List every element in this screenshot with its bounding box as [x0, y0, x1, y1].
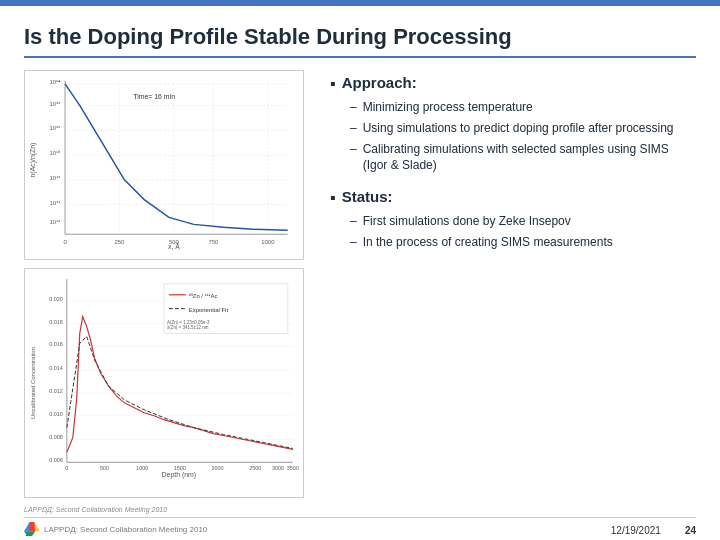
svg-text:0.010: 0.010 — [49, 411, 63, 417]
chart-bottom: Uncalibrated Concentration Depth (nm) 0.… — [24, 268, 304, 498]
slide-title: Is the Doping Profile Stable During Proc… — [24, 24, 696, 58]
google-drive-icon — [24, 522, 40, 536]
status-section: ▪ Status: – First simulations done by Ze… — [330, 188, 696, 251]
dash-2: – — [350, 120, 357, 137]
svg-text:250: 250 — [115, 239, 126, 245]
dash-1: – — [350, 99, 357, 116]
slide-content: n(Ac)/n(Zn) x, Å 0 250 500 750 1000 10²⁴… — [24, 70, 696, 513]
svg-text:500: 500 — [169, 239, 180, 245]
svg-text:1000: 1000 — [261, 239, 275, 245]
approach-heading: ▪ Approach: — [330, 74, 696, 93]
dash-3: – — [350, 141, 357, 158]
svg-text:0.016: 0.016 — [49, 341, 63, 347]
svg-text:0.006: 0.006 — [49, 457, 63, 463]
svg-text:10²³: 10²³ — [50, 101, 61, 107]
svg-text:0.020: 0.020 — [49, 296, 63, 302]
footer-lappd: LAPPDД: Second Collaboration Meeting 201… — [44, 525, 207, 534]
svg-text:2000: 2000 — [211, 465, 223, 471]
svg-text:0: 0 — [65, 465, 68, 471]
status-bullet-2: – In the process of creating SIMS measur… — [350, 234, 696, 251]
slide-footer: LAPPDД: Second Collaboration Meeting 201… — [24, 517, 696, 536]
approach-bullet-2-text: Using simulations to predict doping prof… — [363, 120, 696, 137]
svg-text:Depth (nm): Depth (nm) — [162, 471, 197, 479]
svg-text:0.012: 0.012 — [49, 388, 63, 394]
chart-top: n(Ac)/n(Zn) x, Å 0 250 500 750 1000 10²⁴… — [24, 70, 304, 260]
svg-text:n(Ac)/n(Zn): n(Ac)/n(Zn) — [29, 143, 37, 178]
approach-bullet-1-text: Minimizing process temperature — [363, 99, 696, 116]
status-bullet-1-text: First simulations done by Zeke Insepov — [363, 213, 696, 230]
approach-bullet-2: – Using simulations to predict doping pr… — [350, 120, 696, 137]
svg-text:A(Zn) = 1.23±0.05e-3: A(Zn) = 1.23±0.05e-3 — [167, 320, 210, 325]
svg-text:10¹¹: 10¹¹ — [50, 200, 61, 206]
svg-text:0.008: 0.008 — [49, 435, 63, 441]
svg-text:750: 750 — [209, 239, 220, 245]
svg-text:3500: 3500 — [287, 465, 299, 471]
svg-text:3000: 3000 — [272, 465, 284, 471]
footer-date: 12/19/2021 — [611, 525, 661, 536]
status-dash-2: – — [350, 234, 357, 251]
svg-text:10¹²: 10¹² — [50, 219, 61, 225]
svg-text:2500: 2500 — [249, 465, 261, 471]
svg-text:1500: 1500 — [174, 465, 186, 471]
approach-bullet-3-text: Calibrating simulations with selected sa… — [363, 141, 696, 175]
approach-bullet-3: – Calibrating simulations with selected … — [350, 141, 696, 175]
svg-text:0.018: 0.018 — [49, 319, 63, 325]
status-dash-1: – — [350, 213, 357, 230]
footer-left: LAPPDД: Second Collaboration Meeting 201… — [24, 522, 207, 536]
slide-container: Is the Doping Profile Stable During Proc… — [0, 6, 720, 540]
status-heading: ▪ Status: — [330, 188, 696, 207]
svg-text:10²⁴: 10²⁴ — [50, 79, 62, 85]
bullet-icon-status: ▪ — [330, 189, 336, 207]
approach-subbullets: – Minimizing process temperature – Using… — [350, 99, 696, 174]
svg-text:0.014: 0.014 — [49, 365, 63, 371]
status-heading-text: Status: — [342, 188, 393, 205]
approach-section: ▪ Approach: – Minimizing process tempera… — [330, 74, 696, 174]
lappdtext: LAPPDД: Second Collaboration Meeting 201… — [24, 506, 314, 513]
svg-text:10¹³: 10¹³ — [50, 175, 61, 181]
svg-text:⁶⁵Zn / ¹¹¹Ac: ⁶⁵Zn / ¹¹¹Ac — [189, 293, 218, 299]
svg-text:Exponential Fit: Exponential Fit — [189, 307, 229, 313]
approach-bullet-1: – Minimizing process temperature — [350, 99, 696, 116]
svg-text:Uncalibrated Concentration: Uncalibrated Concentration — [30, 347, 36, 419]
right-panel: ▪ Approach: – Minimizing process tempera… — [330, 70, 696, 513]
svg-text:500: 500 — [100, 465, 109, 471]
svg-text:10²²: 10²² — [50, 125, 61, 131]
approach-heading-text: Approach: — [342, 74, 417, 91]
svg-text:10¹⁸: 10¹⁸ — [50, 150, 62, 156]
status-bullet-2-text: In the process of creating SIMS measurem… — [363, 234, 696, 251]
status-subbullets: – First simulations done by Zeke Insepov… — [350, 213, 696, 251]
svg-text:1000: 1000 — [136, 465, 148, 471]
svg-marker-67 — [29, 522, 36, 531]
bullet-icon-approach: ▪ — [330, 75, 336, 93]
footer-page: 24 — [685, 525, 696, 536]
left-panel: n(Ac)/n(Zn) x, Å 0 250 500 750 1000 10²⁴… — [24, 70, 314, 513]
svg-text:λ(Zn) = 341.5±12 nm: λ(Zn) = 341.5±12 nm — [167, 325, 209, 330]
status-bullet-1: – First simulations done by Zeke Insepov — [350, 213, 696, 230]
svg-text:Time=  16 min: Time= 16 min — [133, 93, 175, 100]
